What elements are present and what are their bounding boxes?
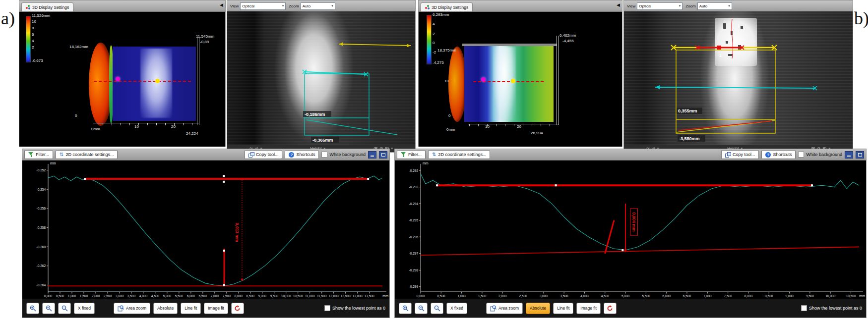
reference-arrow-line[interactable]: [339, 43, 411, 48]
profile-chart-a[interactable]: -0.252-0.254-0.256-0.258-0.260-0.262-0.2…: [22, 160, 389, 300]
coordinate-settings-button[interactable]: ⇅2D coordinate settings...: [428, 150, 490, 159]
show-lowest-checkbox[interactable]: Show the lowest point as 0: [801, 305, 862, 311]
svg-text:11,500: 11,500: [317, 294, 327, 298]
zoom-select[interactable]: Auto▾: [301, 2, 335, 10]
axis-height-label: 18,375mm: [437, 49, 456, 53]
optical-image-b[interactable]: 1 0,355mm -3,580mm: [624, 11, 853, 145]
magenta-marker[interactable]: [481, 77, 486, 82]
image-fit-button[interactable]: Image fit: [576, 303, 601, 314]
zoom-out-button[interactable]: [415, 303, 428, 314]
filter-button[interactable]: Filter...: [397, 150, 426, 159]
reset-button[interactable]: [604, 303, 617, 314]
magenta-marker[interactable]: [116, 77, 120, 81]
x-fixed-button[interactable]: X fixed: [74, 303, 95, 314]
scan-line-cyan[interactable]: [655, 85, 817, 90]
filter-icon: [401, 152, 406, 158]
minimize-button[interactable]: [845, 151, 853, 159]
absolute-button[interactable]: Absolute: [153, 303, 178, 314]
checkbox-icon: [321, 152, 327, 158]
svg-text:3,000: 3,000: [116, 294, 124, 298]
profile-chart-b[interactable]: -0.292-0.293-0.294-0.295-0.296-0.297-0.2…: [395, 160, 866, 300]
shortcuts-button[interactable]: ?Shortcuts: [285, 150, 319, 159]
x-fixed-button[interactable]: X fixed: [446, 303, 467, 314]
z-axis-line-2: [558, 36, 559, 125]
reset-button[interactable]: [231, 303, 244, 314]
svg-text:6,500: 6,500: [683, 294, 691, 298]
line-fit-button[interactable]: Line fit: [553, 303, 573, 314]
svg-text:10,000: 10,000: [281, 294, 291, 298]
profile-bottombar-a: X fixed Area zoom Absolute Line fit Imag…: [22, 299, 389, 318]
area-zoom-icon: [118, 305, 124, 312]
svg-text:0,000: 0,000: [44, 294, 53, 298]
zoom-select[interactable]: Auto▾: [697, 2, 732, 10]
fit-marker[interactable]: [367, 178, 369, 180]
help-icon: ?: [765, 152, 771, 158]
area-measure-box-yellow[interactable]: [676, 50, 775, 133]
axes: -0.252-0.254-0.256-0.258-0.260-0.262-0.2…: [37, 161, 389, 298]
fit-marker[interactable]: [84, 178, 86, 180]
profile-measure-line[interactable]: [94, 81, 191, 82]
copy-tool-icon: [248, 152, 254, 158]
show-lowest-checkbox[interactable]: Show the lowest point as 0: [324, 305, 385, 311]
zoom-tool-button[interactable]: [431, 303, 443, 314]
collapse-arrow-icon[interactable]: ◀: [617, 3, 620, 7]
shortcuts-button[interactable]: ?Shortcuts: [761, 150, 796, 159]
fit-marker[interactable]: [436, 184, 438, 186]
fit-marker[interactable]: [223, 175, 225, 177]
measurement-overlays: 0,004 mm: [421, 184, 859, 255]
fit-marker[interactable]: [621, 249, 623, 251]
figure-label-a: a): [1, 8, 15, 29]
yellow-marker[interactable]: [155, 79, 160, 83]
minimize-button[interactable]: [368, 151, 376, 159]
maximize-button[interactable]: [856, 151, 864, 159]
colorbar-tick: 0: [433, 41, 434, 45]
svg-text:5,000: 5,000: [163, 294, 172, 298]
zoom-in-button[interactable]: [399, 303, 412, 314]
fit-marker[interactable]: [223, 284, 225, 286]
zoom-in-button[interactable]: [26, 303, 39, 314]
fit-marker[interactable]: [555, 184, 557, 186]
copy-tool-button[interactable]: Copy tool...: [721, 150, 759, 159]
area-zoom-button[interactable]: Area zoom: [114, 303, 150, 314]
maximize-button[interactable]: [379, 151, 387, 159]
filter-button[interactable]: Filter...: [24, 150, 53, 159]
3d-display-settings-tab[interactable]: 3D Display Settings: [421, 2, 473, 11]
fit-marker[interactable]: [223, 250, 225, 252]
area-zoom-button[interactable]: Area zoom: [486, 303, 523, 314]
optical-image-a[interactable]: -0,186mm -0,365mm: [227, 11, 415, 145]
view-select[interactable]: Optical▾: [637, 2, 682, 10]
3d-display-settings-tab[interactable]: 3D Display Settings: [21, 2, 73, 11]
fit-marker[interactable]: [223, 181, 225, 183]
chevron-down-icon: ▾: [391, 147, 393, 151]
optical-toolbar-a: View Optical▾ Zoom Auto▾: [227, 0, 415, 12]
fit-marker[interactable]: [811, 184, 813, 186]
scar-specks: [723, 23, 743, 56]
optical-window-b: View Optical▾ Zoom Auto▾: [623, 0, 853, 153]
yellow-marker[interactable]: [511, 79, 515, 83]
z-max-label: 6,462mm: [559, 34, 576, 38]
3d-viewport-b[interactable]: 6,293mm 4 2 0 -2 -4,275 18,375mm 6,462mm…: [419, 12, 622, 147]
svg-text:1,500: 1,500: [478, 294, 487, 298]
area-measure-box[interactable]: [305, 74, 397, 135]
tab-label: 3D Display Settings: [32, 5, 69, 10]
zoom-tool-button[interactable]: [58, 303, 71, 314]
wear-scar-3d: [493, 47, 516, 120]
view-select[interactable]: Optical▾: [240, 2, 286, 10]
width-measure-line[interactable]: [303, 70, 368, 76]
copy-tool-button[interactable]: Copy tool...: [245, 150, 283, 159]
coordinate-settings-button[interactable]: ⇅2D coordinate settings...: [56, 150, 118, 159]
inner-measure-segment-red[interactable]: [695, 46, 744, 50]
svg-text:8,000: 8,000: [235, 294, 243, 298]
3d-viewport-a[interactable]: 11,526mm 10 8 6 4 2 -0,673 18,162mm 11,5…: [19, 12, 225, 147]
white-background-checkbox[interactable]: White background: [798, 152, 842, 158]
white-background-checkbox[interactable]: White background: [321, 152, 366, 158]
x-axis-ticks: [94, 123, 199, 125]
svg-text:4,500: 4,500: [601, 294, 610, 298]
profile-curve: [48, 176, 382, 286]
absolute-button[interactable]: Absolute: [526, 303, 550, 314]
zoom-out-button[interactable]: [42, 303, 55, 314]
svg-text:6,000: 6,000: [187, 294, 195, 298]
line-fit-button[interactable]: Line fit: [181, 303, 201, 314]
image-fit-button[interactable]: Image fit: [204, 303, 228, 314]
collapse-arrow-icon[interactable]: ◀: [220, 3, 223, 7]
